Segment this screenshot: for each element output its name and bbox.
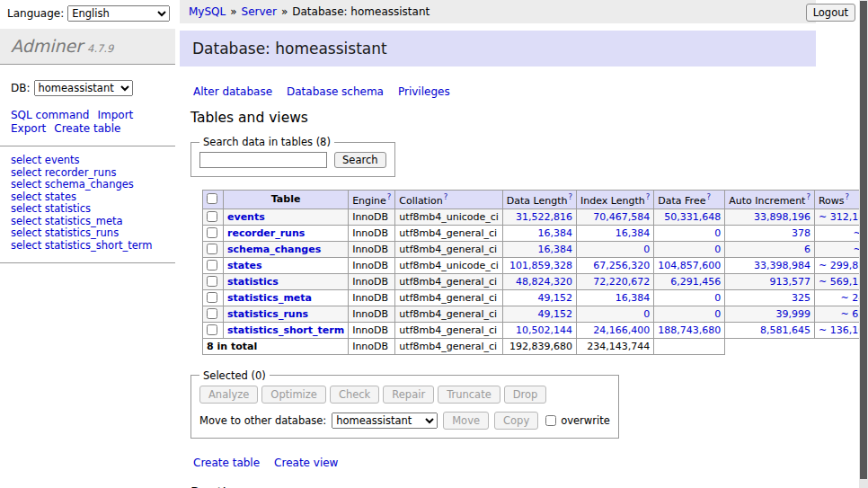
index-length-link[interactable]: 70,467,584 — [593, 211, 650, 223]
row-checkbox[interactable] — [207, 260, 217, 271]
table-name-link[interactable]: events — [227, 211, 265, 223]
auto-increment-link[interactable]: 8,581,645 — [760, 324, 810, 336]
data-free-link[interactable]: 0 — [714, 244, 721, 255]
data-length-link[interactable]: 49,152 — [538, 308, 573, 320]
selected-action-button[interactable]: Repair — [383, 386, 434, 404]
row-checkbox[interactable] — [207, 292, 217, 303]
data-free-link[interactable]: 0 — [714, 292, 721, 304]
sidebar-table-link[interactable]: select statistics_runs — [11, 227, 164, 240]
data-length-link[interactable]: 16,384 — [538, 227, 573, 239]
auto-increment-link[interactable]: 33,898,196 — [754, 211, 810, 223]
auto-increment-link[interactable]: 378 — [792, 227, 810, 239]
index-length-link[interactable]: 0 — [643, 244, 650, 255]
create-link[interactable]: Create table — [193, 457, 260, 469]
sidebar-link[interactable]: SQL command — [11, 109, 89, 121]
auto-increment-cell: 325 — [725, 289, 815, 306]
row-checkbox[interactable] — [207, 308, 217, 319]
sidebar-table-link[interactable]: select states — [11, 191, 164, 204]
sidebar-table-link[interactable]: select recorder_runs — [11, 167, 164, 180]
table-name-cell: schema_changes — [224, 241, 349, 257]
db-select[interactable]: homeassistant — [34, 80, 133, 96]
auto-increment-link[interactable]: 325 — [792, 292, 810, 304]
selected-action-button[interactable]: Drop — [504, 386, 547, 404]
selected-action-button[interactable]: Truncate — [438, 386, 500, 404]
create-link[interactable]: Create view — [274, 457, 338, 469]
move-db-select[interactable]: homeassistant — [332, 413, 438, 429]
column-help-link[interactable]: ? — [706, 192, 711, 201]
index-length-cell: 67,256,320 — [577, 257, 654, 273]
db-action-link[interactable]: Alter database — [193, 85, 272, 98]
db-action-link[interactable]: Database schema — [287, 85, 384, 98]
scrollbar-thumb[interactable] — [860, 1, 867, 479]
table-name-link[interactable]: statistics_short_term — [227, 324, 344, 336]
index-length-link[interactable]: 67,256,320 — [593, 260, 650, 271]
row-checkbox[interactable] — [207, 227, 217, 238]
select-all-checkbox[interactable] — [207, 193, 217, 204]
selected-action-button[interactable]: Analyze — [199, 386, 258, 404]
auto-increment-link[interactable]: 6 — [804, 244, 810, 255]
sidebar-link[interactable]: Import — [97, 109, 133, 121]
table-name-link[interactable]: statistics_meta — [227, 292, 312, 304]
table-name-link[interactable]: recorder_runs — [227, 227, 305, 239]
row-checkbox[interactable] — [207, 276, 217, 287]
column-help-link[interactable]: ? — [444, 192, 448, 201]
auto-increment-link[interactable]: 33,398,984 — [754, 260, 810, 271]
table-name-link[interactable]: statistics — [227, 276, 279, 288]
data-length-link[interactable]: 48,824,320 — [516, 276, 572, 288]
table-name-link[interactable]: schema_changes — [227, 244, 321, 255]
selected-action-button[interactable]: Optimize — [261, 386, 326, 404]
data-length-link[interactable]: 49,152 — [538, 292, 573, 304]
data-length-link[interactable]: 31,522,816 — [516, 211, 572, 223]
language-select[interactable]: English — [67, 5, 170, 22]
table-name-link[interactable]: states — [227, 260, 262, 271]
column-help-link[interactable]: ? — [387, 192, 392, 201]
db-action-link[interactable]: Privileges — [398, 85, 450, 98]
row-checkbox[interactable] — [207, 324, 217, 335]
column-help-link[interactable]: ? — [646, 192, 651, 201]
row-checkbox[interactable] — [207, 211, 217, 222]
sidebar-table-link[interactable]: select statistics — [11, 203, 164, 216]
row-checkbox[interactable] — [207, 244, 217, 254]
index-length-link[interactable]: 0 — [643, 308, 650, 320]
index-length-link[interactable]: 16,384 — [616, 227, 651, 239]
search-input[interactable] — [199, 152, 327, 168]
breadcrumb-mysql-link[interactable]: MySQL — [189, 5, 226, 18]
data-length-link[interactable]: 10,502,144 — [516, 324, 572, 336]
data-free-link[interactable]: 188,743,680 — [658, 324, 721, 336]
auto-increment-link[interactable]: 39,999 — [775, 308, 810, 320]
data-length-link[interactable]: 101,859,328 — [509, 260, 572, 271]
selected-action-button[interactable]: Check — [330, 386, 379, 404]
index-length-link[interactable]: 24,166,400 — [593, 324, 650, 336]
totals-data-free — [654, 338, 725, 354]
index-length-link[interactable]: 72,220,672 — [593, 276, 650, 288]
breadcrumb-server-link[interactable]: Server — [242, 5, 277, 18]
sidebar-link[interactable]: Create table — [54, 122, 120, 135]
sidebar-link[interactable]: Export — [11, 122, 46, 135]
overwrite-checkbox[interactable] — [545, 415, 556, 426]
table-name-link[interactable]: statistics_runs — [227, 308, 308, 320]
row-checkbox-cell — [203, 289, 224, 306]
sidebar-table-link[interactable]: select statistics_short_term — [11, 240, 164, 253]
data-free-link[interactable]: 0 — [714, 227, 721, 239]
auto-increment-link[interactable]: 913,577 — [769, 276, 810, 288]
search-button[interactable]: Search — [334, 152, 386, 168]
search-legend: Search data in tables (8) — [199, 136, 334, 148]
routines-heading: Routines — [190, 485, 816, 488]
index-length-link[interactable]: 16,384 — [616, 292, 651, 304]
column-help-link[interactable]: ? — [569, 192, 573, 201]
sidebar-table-link[interactable]: select statistics_meta — [11, 216, 164, 228]
data-length-link[interactable]: 16,384 — [538, 244, 573, 255]
page-scrollbar[interactable] — [859, 0, 868, 488]
column-help-link[interactable]: ? — [806, 192, 810, 201]
data-free-link[interactable]: 6,291,456 — [670, 276, 721, 288]
logout-button[interactable]: Logout — [806, 4, 855, 22]
app-version-link[interactable]: 4.7.9 — [87, 42, 113, 55]
sidebar-table-link[interactable]: select events — [11, 155, 164, 167]
column-help-link[interactable]: ? — [846, 192, 850, 201]
move-button[interactable]: Move — [443, 412, 489, 430]
data-free-link[interactable]: 0 — [714, 308, 721, 320]
data-free-link[interactable]: 104,857,600 — [658, 260, 721, 271]
data-free-link[interactable]: 50,331,648 — [664, 211, 721, 223]
copy-button[interactable]: Copy — [494, 412, 538, 430]
sidebar-table-link[interactable]: select schema_changes — [11, 179, 164, 191]
